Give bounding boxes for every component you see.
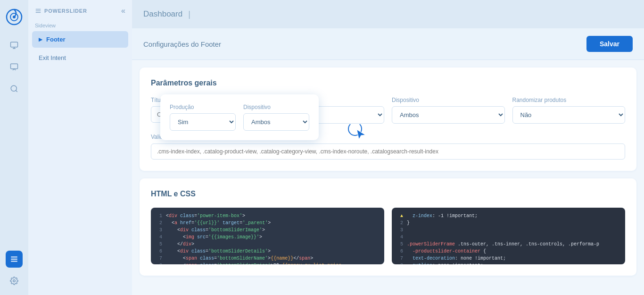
topbar-dashboard-label: Dashboard — [143, 9, 182, 19]
hamburger-icon — [35, 8, 41, 14]
popup-dispositivo-group: Dispositivo Ambos Desktop Mobile — [243, 104, 309, 131]
nav-gear-icon[interactable] — [6, 272, 23, 289]
svg-point-2 — [13, 16, 16, 18]
html-css-title: HTML e CSS — [151, 190, 625, 198]
popup-dropdown-box: Produção Sim Não Dispositivo Ambos Deskt… — [160, 94, 319, 140]
svg-line-8 — [16, 90, 17, 92]
arrow-right-icon: ▶ — [39, 37, 42, 42]
topbar-divider: | — [188, 9, 190, 19]
validation-input[interactable] — [151, 143, 625, 160]
topbar: Dashboard | — [132, 0, 644, 28]
sidebar-sideview-label: Sideview — [28, 20, 132, 30]
popup-dispositivo-select[interactable]: Ambos Desktop Mobile — [243, 113, 309, 131]
code-block-html[interactable]: 1<div class='power-item-box'> 2 <a href=… — [151, 208, 384, 264]
dispositivo-label: Dispositivo — [392, 97, 505, 103]
sidebar-item-footer-label: Footer — [46, 36, 65, 43]
config-title: Configurações do Footer — [143, 40, 221, 48]
main-content: Dashboard | Configurações do Footer Salv… — [132, 0, 644, 295]
sidebar-section-title-label: POWERSLIDER — [44, 8, 87, 14]
logo — [6, 6, 23, 30]
popup-producao-group: Produção Sim Não — [170, 104, 236, 131]
popup-producao-select[interactable]: Sim Não — [170, 113, 236, 131]
content-area: Configurações do Footer Salvar Parâmetro… — [132, 28, 644, 295]
sidebar-item-exit-intent-label: Exit Intent — [39, 54, 66, 61]
code-block-css[interactable]: ▲ z-index: -1 !important; 2} 3 4 5.power… — [392, 208, 625, 264]
popup-producao-label: Produção — [170, 104, 236, 110]
svg-rect-3 — [11, 42, 18, 47]
config-header: Configurações do Footer Salvar — [132, 28, 644, 60]
dispositivo-select[interactable]: Ambos Desktop Mobile — [392, 106, 505, 124]
svg-point-7 — [11, 85, 17, 91]
svg-point-12 — [13, 280, 16, 282]
html-css-section: HTML e CSS 1<div class='power-item-box'>… — [140, 178, 636, 276]
svg-rect-6 — [11, 64, 18, 69]
randomizar-group: Randomizar produtos Não Sim — [512, 97, 626, 124]
params-section-title: Parâmetros gerais — [151, 79, 625, 87]
randomizar-label: Randomizar produtos — [512, 97, 626, 103]
dispositivo-group: Dispositivo Ambos Desktop Mobile — [392, 97, 505, 124]
nav-monitor-icon[interactable] — [6, 59, 23, 76]
nav-list-icon[interactable] — [6, 251, 23, 268]
code-previews: 1<div class='power-item-box'> 2 <a href=… — [151, 208, 625, 264]
sidebar-item-exit-intent[interactable]: Exit Intent — [32, 50, 128, 66]
sidebar-header: POWERSLIDER « — [28, 0, 132, 20]
popup-dispositivo-label: Dispositivo — [243, 104, 309, 110]
content-inner: Configurações do Footer Salvar Parâmetro… — [132, 28, 644, 295]
sidebar-collapse-button[interactable]: « — [121, 7, 125, 15]
sidebar-item-footer[interactable]: ▶ Footer — [32, 31, 128, 48]
sidebar-title: POWERSLIDER — [35, 8, 87, 14]
icon-bar — [0, 0, 28, 295]
save-button[interactable]: Salvar — [586, 36, 633, 52]
randomizar-select[interactable]: Não Sim — [512, 106, 626, 124]
sidebar: POWERSLIDER « Sideview ▶ Footer Exit Int… — [28, 0, 132, 295]
nav-search-icon[interactable] — [6, 80, 23, 97]
nav-slider-icon[interactable] — [6, 37, 23, 54]
logo-icon — [6, 8, 23, 25]
